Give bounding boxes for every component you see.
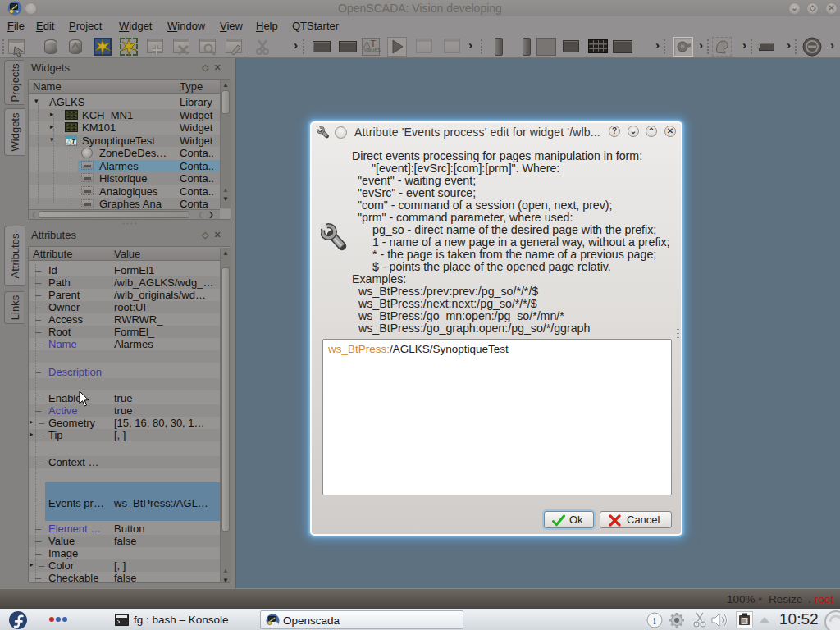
svg-text:i: i xyxy=(653,614,656,627)
